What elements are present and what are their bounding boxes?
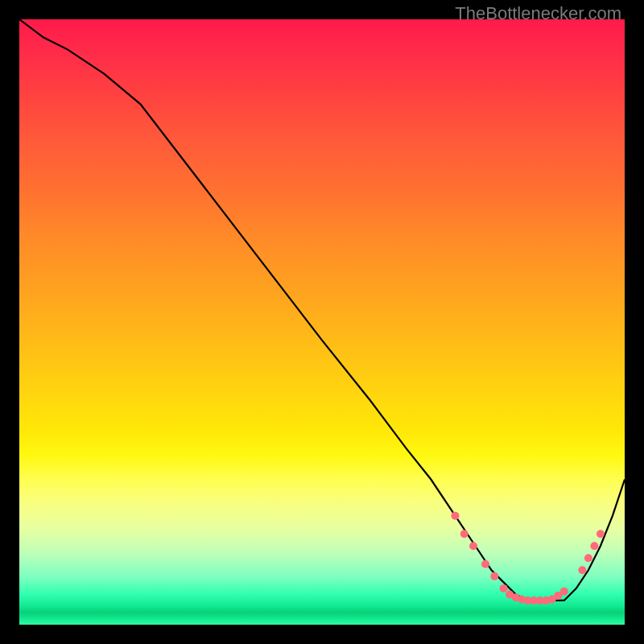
curve-dot bbox=[460, 530, 469, 538]
chart-container: TheBottlenecker.com bbox=[0, 0, 644, 644]
curve-dot bbox=[584, 554, 592, 562]
chart-svg bbox=[19, 19, 625, 625]
watermark-text: TheBottlenecker.com bbox=[455, 3, 621, 24]
curve-dot bbox=[590, 542, 598, 550]
curve-dot bbox=[578, 566, 586, 574]
curve-dot bbox=[490, 572, 498, 580]
curve-dot bbox=[500, 584, 508, 592]
curve-dot bbox=[597, 530, 605, 538]
bottleneck-curve bbox=[19, 19, 625, 601]
curve-dot bbox=[560, 588, 568, 596]
curve-dot bbox=[469, 542, 477, 550]
curve-dots bbox=[451, 512, 604, 605]
curve-dot bbox=[451, 512, 459, 520]
curve-dot bbox=[481, 560, 489, 568]
